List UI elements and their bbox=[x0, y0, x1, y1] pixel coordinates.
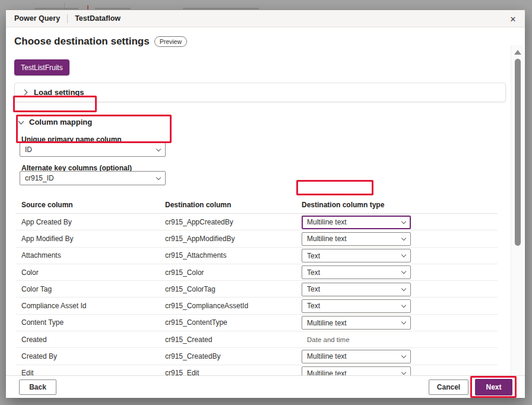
unique-primary-name-value: ID bbox=[25, 145, 157, 154]
header-destination-column-type: Destination column type bbox=[302, 201, 384, 209]
destination-cell: cr915_AppModifiedBy bbox=[165, 235, 235, 243]
type-dropdown[interactable]: Text bbox=[302, 283, 411, 296]
type-dropdown-value: Multiline text bbox=[307, 319, 402, 327]
table-row: Color Tag cr915_ColorTag Text bbox=[15, 281, 498, 298]
type-dropdown[interactable]: Multiline text bbox=[302, 216, 411, 229]
header-divider bbox=[67, 14, 68, 23]
close-button[interactable]: ✕ bbox=[506, 12, 520, 26]
page-title: Choose destination settings Preview bbox=[14, 36, 187, 48]
back-button[interactable]: Back bbox=[19, 379, 56, 395]
background-page-remnant bbox=[64, 3, 65, 10]
type-dropdown-value: Multiline text bbox=[307, 235, 402, 243]
dialog-footer: Back Cancel Next bbox=[6, 375, 525, 398]
app-title: Power Query bbox=[14, 14, 60, 23]
chevron-down-icon bbox=[401, 353, 406, 358]
load-settings-section[interactable]: Load settings bbox=[14, 83, 506, 102]
preview-badge: Preview bbox=[154, 36, 187, 47]
table-row: App Modified By cr915_AppModifiedBy Mult… bbox=[15, 230, 498, 247]
dataflow-name: TestDataflow bbox=[75, 14, 121, 23]
chevron-down-icon bbox=[156, 175, 161, 179]
destination-cell: cr915_Attachments bbox=[165, 251, 226, 260]
mapping-table-header: Source column Destination column Destina… bbox=[6, 198, 498, 213]
type-dropdown[interactable]: Text bbox=[302, 249, 411, 262]
source-cell: Content Type bbox=[21, 318, 64, 327]
type-dropdown[interactable]: Multiline text bbox=[302, 232, 411, 246]
chevron-down-icon bbox=[401, 219, 406, 223]
destination-cell: cr915_CreatedBy bbox=[165, 352, 220, 360]
destination-cell: cr915_ComplianceAssetId bbox=[165, 302, 248, 310]
chevron-right-icon bbox=[22, 90, 28, 96]
chevron-down-icon bbox=[401, 303, 406, 308]
dialog-header: Power Query TestDataflow ✕ bbox=[6, 10, 525, 27]
source-cell: Color Tag bbox=[21, 285, 52, 293]
source-cell: Created bbox=[21, 336, 47, 344]
vertical-scrollbar[interactable] bbox=[511, 45, 524, 392]
table-row: Color cr915_Color Text bbox=[15, 264, 498, 281]
type-text: Date and time bbox=[307, 336, 350, 343]
close-icon: ✕ bbox=[510, 15, 517, 24]
type-dropdown-value: Text bbox=[307, 285, 402, 293]
chevron-down-icon bbox=[401, 370, 406, 375]
table-row: Created By cr915_CreatedBy Multiline tex… bbox=[15, 348, 498, 365]
type-dropdown-value: Text bbox=[307, 268, 402, 277]
query-badge-testlistfruits[interactable]: TestListFruits bbox=[14, 59, 69, 75]
chevron-down-icon bbox=[401, 252, 406, 257]
destination-settings-dialog: Power Query TestDataflow ✕ Choose destin… bbox=[6, 10, 525, 398]
scrollbar-thumb[interactable] bbox=[515, 59, 521, 246]
table-row: Created cr915_Created Date and time bbox=[15, 331, 498, 348]
page-title-text: Choose destination settings bbox=[14, 36, 150, 48]
table-row: App Created By cr915_AppCreatedBy Multil… bbox=[15, 214, 498, 230]
background-page-remnant bbox=[87, 5, 88, 10]
chevron-down-icon bbox=[401, 286, 406, 290]
scroll-up-icon[interactable] bbox=[514, 50, 521, 55]
type-dropdown[interactable]: Text bbox=[302, 299, 411, 313]
chevron-down-icon bbox=[401, 236, 406, 241]
next-button[interactable]: Next bbox=[475, 379, 512, 395]
destination-cell: cr915_ContentType bbox=[165, 318, 227, 327]
source-cell: Attachments bbox=[21, 251, 61, 260]
type-dropdown-value: Multiline text bbox=[307, 352, 402, 360]
destination-cell: cr915_AppCreatedBy bbox=[165, 218, 233, 226]
header-destination-column: Destination column bbox=[165, 201, 231, 209]
table-row: Attachments cr915_Attachments Text bbox=[15, 248, 498, 264]
source-cell: Created By bbox=[21, 352, 57, 360]
type-dropdown-value: Text bbox=[307, 302, 402, 310]
source-cell: Color bbox=[21, 268, 39, 277]
chevron-down-icon bbox=[401, 269, 406, 274]
mapping-rows: App Created By cr915_AppCreatedBy Multil… bbox=[6, 214, 525, 382]
alternate-key-dropdown[interactable]: cr915_ID bbox=[20, 171, 166, 185]
background-page-remnant bbox=[34, 8, 78, 10]
background-page-remnant bbox=[95, 8, 131, 10]
type-dropdown[interactable]: Multiline text bbox=[302, 316, 411, 330]
cancel-button[interactable]: Cancel bbox=[429, 379, 468, 395]
column-mapping-label: Column mapping bbox=[29, 118, 92, 126]
destination-cell: cr915_Color bbox=[165, 268, 204, 277]
source-cell: App Modified By bbox=[21, 235, 73, 243]
unique-primary-name-dropdown[interactable]: ID bbox=[20, 143, 166, 157]
source-cell: App Created By bbox=[21, 218, 72, 226]
table-row: Content Type cr915_ContentType Multiline… bbox=[15, 315, 498, 331]
chevron-down-icon bbox=[401, 319, 406, 324]
alternate-key-value: cr915_ID bbox=[25, 174, 157, 182]
load-settings-label: Load settings bbox=[34, 88, 84, 97]
header-source-column: Source column bbox=[21, 201, 73, 209]
destination-cell: cr915_Created bbox=[165, 336, 212, 344]
chevron-down-icon bbox=[18, 118, 24, 124]
type-dropdown[interactable]: Multiline text bbox=[302, 350, 411, 363]
background-page-remnant bbox=[183, 8, 259, 10]
table-row: Compliance Asset Id cr915_ComplianceAsse… bbox=[15, 298, 498, 314]
source-cell: Compliance Asset Id bbox=[21, 302, 86, 310]
chevron-down-icon bbox=[156, 146, 161, 151]
dialog-body: Choose destination settings Preview Test… bbox=[6, 27, 525, 375]
type-dropdown[interactable]: Text bbox=[302, 265, 411, 279]
destination-cell: cr915_ColorTag bbox=[165, 285, 216, 293]
column-mapping-section[interactable]: Column mapping bbox=[19, 118, 92, 126]
type-dropdown-value: Text bbox=[307, 252, 402, 260]
type-dropdown-value: Multiline text bbox=[307, 218, 402, 226]
